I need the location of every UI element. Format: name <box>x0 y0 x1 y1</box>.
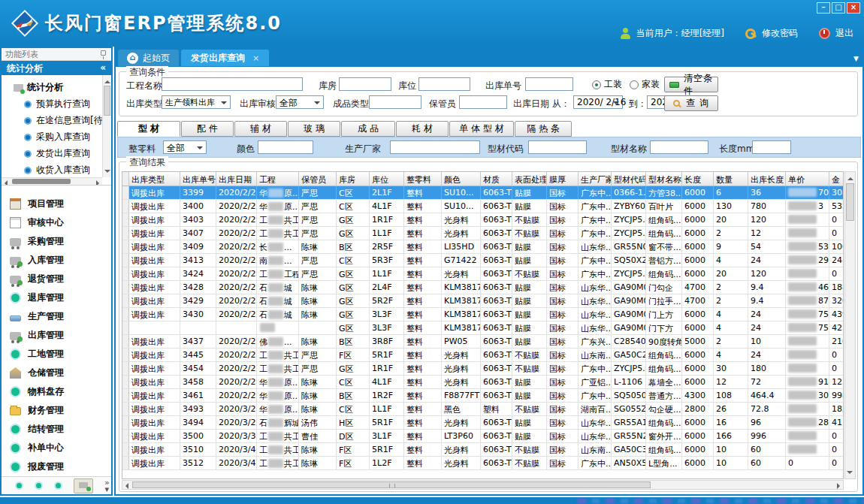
radio-gongzhuang[interactable]: 工装 <box>592 78 622 91</box>
dot-icon[interactable] <box>54 481 62 490</box>
color-input[interactable] <box>258 140 313 154</box>
column-header[interactable]: 工程 <box>257 172 299 186</box>
warehouse-input[interactable] <box>339 77 391 91</box>
table-row[interactable]: 调拨出库34612020/2/28华原...陈琳B区1R2F整料F8877FT6… <box>122 389 843 403</box>
dot-icon[interactable] <box>15 481 23 490</box>
tree-item[interactable]: 采购入库查询 <box>24 131 111 143</box>
tab-shipment-outbound-query[interactable]: 发货出库查询 × <box>181 50 269 66</box>
column-header[interactable]: 库位 <box>370 172 404 186</box>
logout-link[interactable]: 退出 <box>835 27 853 40</box>
scroll-left-icon[interactable] <box>122 483 128 489</box>
column-header[interactable]: 出库日期 <box>216 172 257 186</box>
sidebar-item-生产管理[interactable]: 生产管理 <box>2 307 111 326</box>
table-row[interactable]: 调拨出库34942020/3/2石辉城汤伟H区5R1F整料光身料6063-T5贴… <box>122 416 843 430</box>
grid-vertical-scrollbar[interactable] <box>844 171 856 479</box>
table-row[interactable]: 调拨出库34072020/2/25工共工程严思G区1L1F整料光身料6063-T… <box>122 227 843 240</box>
material-tab[interactable]: 成 品 <box>341 121 395 137</box>
table-row[interactable]: 调拨出库34032020/2/25工共工程严思G区1R1F整料光身料6063-T… <box>122 213 843 227</box>
sidebar-item-补单中心[interactable]: 补单中心 <box>2 439 111 457</box>
outbound-no-input[interactable] <box>525 77 573 91</box>
column-header[interactable]: 保管员 <box>299 172 337 186</box>
scroll-up-icon[interactable] <box>847 174 853 180</box>
material-tab[interactable]: 单 体 型 材 <box>449 121 514 137</box>
column-header[interactable]: 金 <box>829 172 844 186</box>
tree-item[interactable]: 收货入库查询 <box>24 164 111 177</box>
factory-input[interactable] <box>390 140 480 154</box>
sidebar-item-工地管理[interactable]: 工地管理 <box>2 345 111 364</box>
clear-conditions-button[interactable]: 清空条件 <box>664 77 718 92</box>
scroll-down-icon[interactable] <box>104 170 110 176</box>
pin-icon[interactable] <box>101 50 106 56</box>
tree-item[interactable]: 发货出库查询 <box>24 147 111 160</box>
scroll-thumb[interactable] <box>12 179 71 184</box>
keeper-input[interactable] <box>459 95 507 109</box>
location-input[interactable] <box>418 77 470 91</box>
material-tab[interactable]: 隔 热 条 <box>515 121 572 137</box>
table-row[interactable]: 调拨出库34452020/2/27工共工程严思F区5R1F整料光身料6063-T… <box>122 349 843 362</box>
column-header[interactable]: 出库单号 <box>180 172 216 186</box>
grid-horizontal-scrollbar[interactable] <box>122 480 844 490</box>
table-row[interactable]: 调拨出库34932020/3/2华原...陈琳C区1L1F整料黑色塑料不贴膜国标… <box>122 403 843 416</box>
column-header[interactable]: 数量 <box>714 172 748 186</box>
scroll-left-icon[interactable] <box>2 180 8 186</box>
date-from-select[interactable]: 2020/ 2/16 <box>573 95 623 109</box>
scroll-thumb[interactable] <box>132 481 651 488</box>
material-tab[interactable]: 配 件 <box>181 121 234 137</box>
table-row[interactable]: 调拨出库34372020/2/27佛...陈琳B区3R8F整料PW056063-… <box>122 335 843 349</box>
scroll-thumb[interactable] <box>846 183 854 221</box>
column-header[interactable]: 表面处理 <box>512 172 547 186</box>
sidebar-item-项目管理[interactable]: 项目管理 <box>2 195 111 213</box>
sidebar-item-出库管理[interactable]: 出库管理 <box>2 326 111 345</box>
column-header[interactable]: 材质 <box>481 172 512 186</box>
column-header[interactable]: 型材代码 <box>612 172 646 186</box>
outbound-audit-select[interactable]: 全部 <box>276 95 324 109</box>
table-row[interactable]: 调拨出库35002020/3/3工共工程曹佳D区3L1F整料LT3P606063… <box>122 430 843 443</box>
radio-jiazhuang[interactable]: 家装 <box>630 78 660 91</box>
column-header[interactable]: 出库类型 <box>129 172 180 186</box>
tree-item[interactable]: 预算执行查询 <box>24 98 111 110</box>
table-row[interactable]: 调拨出库34542020/2/28工共工程严思G区1R1F整料光身料6063-T… <box>122 362 843 376</box>
table-row[interactable]: 调拨出库35102020/3/4工共工程陈琳F区5R1F整料光身料6063-T5… <box>122 443 843 457</box>
collapse-icon[interactable]: « <box>100 62 106 73</box>
table-row[interactable]: 调拨出库34242020/2/26工工程严思G区1L1F整料光身料6063-T5… <box>122 267 843 281</box>
column-header[interactable]: 整零料 <box>404 172 442 186</box>
tree-vertical-scrollbar[interactable] <box>102 75 111 177</box>
maximize-button[interactable]: □ <box>832 2 845 14</box>
column-header[interactable]: 出库长度 <box>748 172 786 186</box>
project-name-input[interactable] <box>162 77 303 91</box>
profile-code-input[interactable] <box>528 140 587 154</box>
search-button[interactable]: 查 询 <box>664 95 718 111</box>
table-row[interactable]: 调拨出库33992020/2/25华原...严思C区2L1F整料SU10...6… <box>122 186 843 200</box>
column-header[interactable]: 生产厂家 <box>579 172 612 186</box>
table-row[interactable]: 调拨出库34282020/2/26石城陈琳G区2L4F整料KLM38176063… <box>122 281 843 294</box>
column-header[interactable]: 长度 <box>682 172 714 186</box>
table-row[interactable]: 调拨出库34292020/2/26石城陈琳G区5R2F整料KLM38176063… <box>122 294 843 308</box>
overflow-chevron[interactable]: »▾ <box>104 479 110 493</box>
sidebar-item-退货管理[interactable]: 退货管理 <box>2 270 111 288</box>
outbound-type-select[interactable]: 生产领料出库 <box>162 95 231 109</box>
table-row[interactable]: 调拨出库35122020/3/4工共工程陈琳F区1L2F整料光身料6063-T5… <box>122 457 843 470</box>
sidebar-item-采购管理[interactable]: 采购管理 <box>2 232 111 251</box>
sidebar-group-header[interactable]: 统计分析 « <box>2 61 111 75</box>
product-type-input[interactable] <box>369 95 421 109</box>
material-tab[interactable]: 型 材 <box>117 121 180 137</box>
column-header[interactable]: 库房 <box>337 172 370 186</box>
material-tab[interactable]: 玻 璃 <box>288 121 340 137</box>
cart-icon-button[interactable] <box>74 478 93 493</box>
tree-item[interactable]: 在途信息查询[待 <box>24 114 111 127</box>
scroll-up-icon[interactable] <box>104 77 110 83</box>
scroll-right-icon[interactable] <box>96 180 102 186</box>
whole-part-select[interactable]: 全部 <box>163 140 207 154</box>
sidebar-item-结转管理[interactable]: 结转管理 <box>2 420 111 439</box>
scroll-right-icon[interactable] <box>837 483 843 489</box>
sidebar-item-仓储管理[interactable]: 仓储管理 <box>2 364 111 382</box>
sidebar-item-物料盘存[interactable]: 物料盘存 <box>2 382 111 401</box>
material-tab[interactable]: 辅 材 <box>234 121 287 137</box>
sidebar-item-财务管理[interactable]: 财务管理 <box>2 401 111 420</box>
tree-root[interactable]: 统计分析 <box>14 81 111 94</box>
sidebar-item-报废管理[interactable]: 报废管理 <box>2 457 111 476</box>
table-row[interactable]: 调拨出库34582020/2/28华原...陈琳C区4L1F整料光身料6063-… <box>122 376 843 389</box>
column-header[interactable]: 单价 <box>786 172 829 186</box>
sidebar-item-退库管理[interactable]: 退库管理 <box>2 288 111 307</box>
close-button[interactable]: × <box>847 2 860 14</box>
